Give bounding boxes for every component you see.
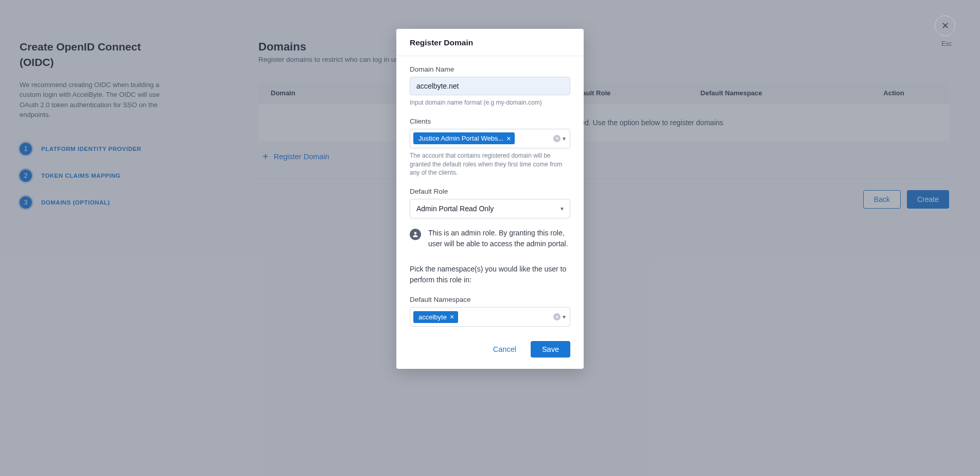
- client-tag-text: Justice Admin Portal Webs...: [418, 134, 503, 142]
- default-role-value: Admin Portal Read Only: [416, 205, 494, 213]
- clients-label: Clients: [410, 117, 570, 125]
- namespace-instruction: Pick the namespace(s) you would like the…: [410, 264, 570, 285]
- clients-select[interactable]: Justice Admin Portal Webs... × ✕ ▾: [410, 129, 570, 148]
- clear-icon[interactable]: ✕: [553, 135, 561, 142]
- chevron-down-icon: ▾: [561, 205, 564, 212]
- default-role-field: Default Role Admin Portal Read Only ▾ Th…: [410, 188, 570, 249]
- modal-header: Register Domain: [396, 29, 584, 56]
- tag-remove-icon[interactable]: ×: [506, 135, 511, 142]
- clear-icon[interactable]: ✕: [553, 313, 561, 320]
- close-button[interactable]: ✕: [935, 15, 955, 36]
- chevron-down-icon[interactable]: ▾: [563, 135, 566, 142]
- default-role-select[interactable]: Admin Portal Read Only ▾: [410, 199, 570, 218]
- domain-name-input[interactable]: [410, 77, 570, 95]
- clients-field: Clients Justice Admin Portal Webs... × ✕…: [410, 117, 570, 177]
- default-namespace-label: Default Namespace: [410, 296, 570, 303]
- domain-name-label: Domain Name: [410, 65, 570, 73]
- role-info-text: This is an admin role. By granting this …: [428, 228, 570, 249]
- modal-footer: Cancel Save: [410, 337, 570, 358]
- person-icon: [410, 229, 421, 240]
- close-esc-label: Esc: [941, 40, 952, 47]
- tag-remove-icon[interactable]: ×: [450, 313, 454, 320]
- domain-name-field: Domain Name Input domain name format (e.…: [410, 65, 570, 107]
- namespace-tag: accelbyte ×: [413, 311, 458, 323]
- default-namespace-field: Default Namespace accelbyte × ✕ ▾: [410, 296, 570, 327]
- modal-title: Register Domain: [410, 38, 570, 47]
- default-role-label: Default Role: [410, 188, 570, 195]
- close-icon: ✕: [941, 21, 949, 30]
- cancel-button[interactable]: Cancel: [491, 341, 518, 358]
- register-domain-modal: Register Domain Domain Name Input domain…: [396, 29, 584, 369]
- role-info-row: This is an admin role. By granting this …: [410, 228, 570, 249]
- domain-name-hint: Input domain name format (e.g my-domain.…: [410, 98, 570, 107]
- default-namespace-select[interactable]: accelbyte × ✕ ▾: [410, 307, 570, 327]
- client-tag: Justice Admin Portal Webs... ×: [413, 132, 515, 144]
- modal-body: Domain Name Input domain name format (e.…: [396, 56, 584, 369]
- svg-point-0: [414, 232, 417, 235]
- clients-hint: The account that contains registered dom…: [410, 151, 570, 177]
- save-button[interactable]: Save: [531, 341, 570, 358]
- chevron-down-icon[interactable]: ▾: [563, 313, 566, 320]
- namespace-tag-text: accelbyte: [418, 313, 447, 321]
